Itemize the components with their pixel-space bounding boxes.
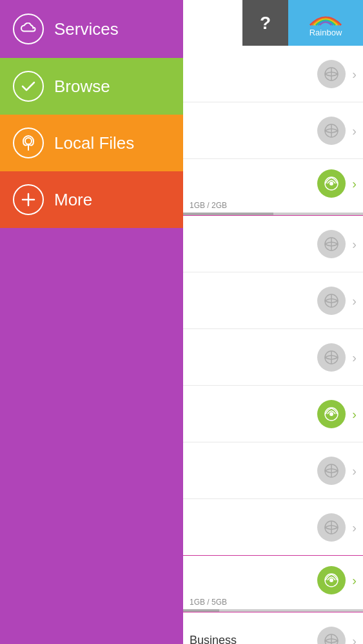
help-label: ?: [260, 13, 271, 33]
sidebar-item-local-files[interactable]: Local Files: [0, 115, 183, 171]
list-item[interactable]: ›: [183, 442, 363, 499]
list-item[interactable]: 1GB / 5GB ›: [183, 556, 363, 612]
rainbow-arc-icon: [308, 8, 343, 26]
service-icon-grey: [317, 230, 346, 258]
chevron-icon: ›: [352, 634, 357, 645]
service-icon-grey: [317, 287, 346, 315]
chevron-icon: ›: [352, 294, 357, 307]
svg-point-12: [329, 412, 333, 416]
list-item[interactable]: ›: [183, 102, 363, 159]
sidebar-browse-label: Browse: [54, 77, 110, 97]
progress-bar: [183, 609, 363, 612]
service-icon-grey: [317, 627, 346, 645]
check-icon: [13, 71, 44, 102]
help-button[interactable]: ?: [242, 0, 288, 46]
sidebar-localfiles-label: Local Files: [54, 133, 134, 153]
chevron-icon: ›: [352, 238, 357, 251]
rainbow-label: Rainbow: [309, 28, 342, 37]
chevron-icon: ›: [352, 177, 357, 190]
chevron-icon: ›: [352, 408, 357, 421]
svg-point-7: [329, 182, 333, 185]
sidebar: Services Browse Local Files More: [0, 0, 183, 644]
content-panel: › › 1GB / 2GB ›: [183, 46, 363, 644]
progress-label: 1GB / 2GB: [190, 201, 227, 210]
rainbow-button[interactable]: Rainbow: [288, 0, 363, 46]
plus-icon: [13, 184, 44, 215]
svg-point-0: [25, 138, 32, 144]
sidebar-item-browse[interactable]: Browse: [0, 58, 183, 115]
service-icon-grey: [317, 513, 346, 542]
list-item[interactable]: ›: [183, 386, 363, 442]
list-item[interactable]: ›: [183, 272, 363, 329]
pin-icon: [13, 128, 44, 158]
progress-bar: [183, 213, 363, 215]
service-icon-green: [317, 400, 346, 428]
service-icon-green: [317, 169, 346, 198]
sidebar-more-label: More: [54, 190, 92, 210]
list-item[interactable]: Business ›: [183, 612, 363, 644]
chevron-icon: ›: [352, 521, 357, 534]
list-item[interactable]: ›: [183, 329, 363, 386]
progress-label: 1GB / 5GB: [190, 598, 227, 607]
header-spacer: [0, 0, 242, 46]
service-icon-grey: [317, 457, 346, 485]
list-item[interactable]: ›: [183, 216, 363, 272]
sidebar-item-more[interactable]: More: [0, 171, 183, 228]
app-header: ? Rainbow: [0, 0, 363, 46]
chevron-icon: ›: [352, 68, 357, 80]
chevron-icon: ›: [352, 351, 357, 364]
service-icon-green: [317, 566, 346, 594]
chevron-icon: ›: [352, 464, 357, 477]
service-icon-grey: [317, 343, 346, 372]
chevron-icon: ›: [352, 574, 357, 587]
item-label: Business: [190, 634, 311, 644]
list-item[interactable]: ›: [183, 499, 363, 556]
chevron-icon: ›: [352, 124, 357, 137]
list-item[interactable]: ›: [183, 46, 363, 102]
service-icon-grey: [317, 60, 346, 88]
svg-point-16: [329, 578, 333, 582]
list-item[interactable]: 1GB / 2GB ›: [183, 159, 363, 216]
service-icon-grey: [317, 117, 346, 145]
